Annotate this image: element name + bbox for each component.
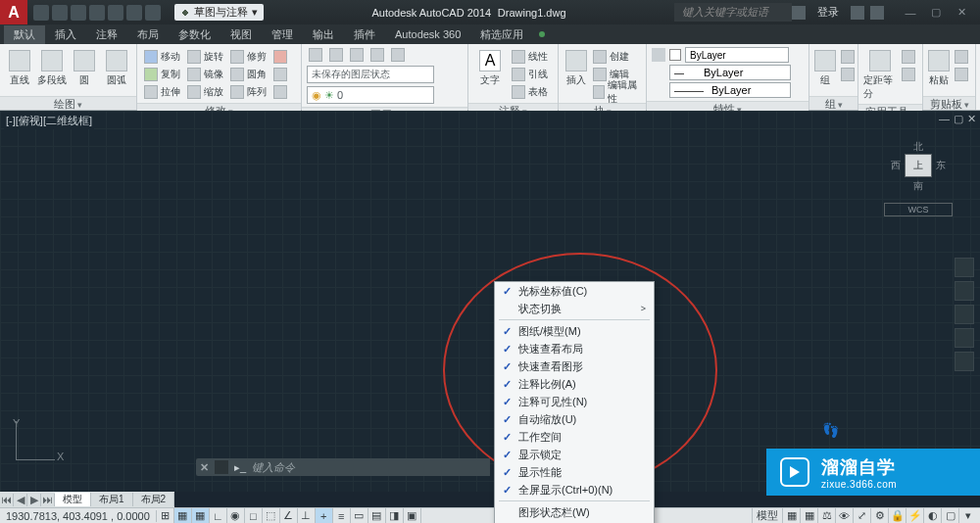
infer-toggle[interactable]: ⊞ (157, 508, 174, 523)
vp-min-icon[interactable]: — (939, 113, 950, 125)
command-line[interactable]: ✕ ▸_ 键入命令 (196, 458, 490, 476)
layer-lock-button[interactable] (389, 47, 407, 63)
linetype-dropdown[interactable]: ——— ByLayer (669, 82, 791, 98)
layout-last-icon[interactable]: ⏭ (41, 494, 55, 506)
copy-clip-button[interactable] (953, 67, 970, 82)
tab-output[interactable]: 输出 (303, 25, 344, 44)
vc-south[interactable]: 南 (884, 179, 953, 193)
context-menu-item[interactable]: 状态切换> (495, 300, 654, 317)
vc-top[interactable]: 上 (905, 154, 932, 177)
login-button[interactable]: 登录 (811, 5, 845, 20)
otrack-toggle[interactable]: ∠ (280, 508, 298, 523)
context-menu-item[interactable]: ✓图纸/模型(M) (495, 322, 654, 340)
layer-freeze-button[interactable] (368, 47, 386, 63)
isolate-icon[interactable]: ◐ (923, 508, 941, 523)
qat-new-icon[interactable] (33, 5, 49, 21)
divide-button[interactable]: 定距等分 (863, 47, 897, 101)
cut-button[interactable] (953, 49, 970, 65)
ws-icon[interactable]: ⚙ (870, 508, 888, 523)
qat-open-icon[interactable] (52, 5, 68, 21)
layout-first-icon[interactable]: ⏮ (0, 494, 14, 506)
close-button[interactable]: ✕ (953, 6, 970, 20)
layer-state-dropdown[interactable]: 未保存的图层状态 (307, 66, 434, 83)
context-menu-item[interactable]: ✓工作空间 (495, 428, 654, 446)
autoscale-icon[interactable]: ⤢ (853, 508, 870, 523)
viewport-label[interactable]: [-][俯视][二维线框] (4, 113, 94, 129)
tab-parametric[interactable]: 参数化 (169, 25, 220, 44)
context-menu-item[interactable]: ✓全屏显示(Ctrl+0)(N) (495, 481, 654, 499)
tab-layout[interactable]: 布局 (127, 25, 169, 44)
annoscale-icon[interactable]: ⚖ (817, 508, 835, 523)
color-dropdown[interactable]: ByLayer (685, 47, 789, 63)
tab-layout1[interactable]: 布局1 (91, 493, 133, 506)
layout-next-icon[interactable]: ▶ (27, 494, 41, 506)
text-button[interactable]: A文字 (473, 47, 507, 87)
util-aux1[interactable] (900, 49, 917, 65)
sc-toggle[interactable]: ◨ (386, 508, 404, 523)
mod-extra3-button[interactable] (271, 84, 289, 100)
context-menu-item[interactable]: ✓光标坐标值(C) (495, 282, 654, 300)
group-aux2-button[interactable] (839, 67, 857, 82)
tab-model[interactable]: 模型 (55, 493, 91, 506)
arc-button[interactable]: 圆弧 (102, 47, 131, 87)
array-button[interactable]: 阵列 (228, 84, 269, 100)
help-search-input[interactable]: 键入关键字或短语 (674, 3, 792, 22)
panel-title-draw[interactable]: 绘图▾ (0, 96, 136, 110)
tab-default[interactable]: 默认 (4, 25, 45, 44)
move-button[interactable]: 移动 (142, 49, 182, 65)
table-button[interactable]: 表格 (510, 84, 550, 100)
context-menu-item[interactable]: 图形状态栏(W) (495, 503, 654, 521)
context-menu-item[interactable]: ✓自动缩放(U) (495, 410, 654, 428)
stretch-button[interactable]: 拉伸 (142, 84, 182, 100)
lock-ui-icon[interactable]: 🔒 (888, 508, 906, 523)
mod-extra2-button[interactable] (271, 67, 289, 82)
copy-button[interactable]: 复制 (142, 67, 182, 82)
mirror-button[interactable]: 镜像 (185, 67, 225, 82)
tab-layout2[interactable]: 布局2 (133, 493, 175, 506)
create-block-button[interactable]: 创建 (591, 49, 641, 65)
layer-state-button[interactable] (327, 47, 345, 63)
circle-button[interactable]: 圆 (70, 47, 99, 87)
context-menu-item[interactable]: ✓显示锁定 (495, 446, 654, 463)
tab-annotate[interactable]: 注释 (86, 25, 127, 44)
drawing-area[interactable]: [-][俯视][二维线框] — ▢ ✕ 北 西 上 东 南 WCS Y X 👣 … (0, 111, 980, 492)
nav-orbit-icon[interactable] (955, 328, 974, 348)
qv-layouts-icon[interactable]: ▦ (782, 508, 800, 523)
group-button[interactable]: 组 (814, 47, 836, 87)
polyline-button[interactable]: 多段线 (37, 47, 67, 87)
qv-dwg-icon[interactable]: ▦ (800, 508, 817, 523)
exchange-icon[interactable] (851, 6, 864, 20)
cmd-close-icon[interactable]: ✕ (200, 461, 209, 474)
edit-attr-button[interactable]: 编辑属性 (591, 84, 641, 100)
layer-iso-button[interactable] (348, 47, 366, 63)
fillet-button[interactable]: 圆角 (228, 67, 269, 82)
help-icon[interactable] (870, 6, 884, 20)
tab-featured[interactable]: 精选应用 (470, 25, 533, 44)
nav-showmotion-icon[interactable] (955, 352, 974, 371)
lwt-toggle[interactable]: ≡ (333, 508, 351, 523)
qat-undo-icon[interactable] (126, 5, 142, 21)
group-aux1-button[interactable] (839, 49, 857, 65)
annovis-icon[interactable]: 👁 (835, 508, 853, 523)
cleanscreen-icon[interactable]: ▢ (941, 508, 958, 523)
user-icon[interactable] (792, 6, 806, 20)
qat-redo-icon[interactable] (145, 5, 161, 21)
context-menu-item[interactable]: ✓快速查看图形 (495, 357, 654, 375)
app-logo[interactable]: A (0, 0, 27, 24)
tab-plugins[interactable]: 插件 (344, 25, 385, 44)
tab-manage[interactable]: 管理 (262, 25, 303, 44)
layout-prev-icon[interactable]: ◀ (14, 494, 27, 506)
context-menu-item[interactable]: ✓显示性能 (495, 463, 654, 481)
nav-wheel-icon[interactable] (955, 258, 974, 277)
osnap-toggle[interactable]: □ (245, 508, 263, 523)
snap-toggle[interactable]: ▦ (174, 508, 192, 523)
ortho-toggle[interactable]: ∟ (210, 508, 227, 523)
trim-button[interactable]: 修剪 (228, 49, 269, 65)
layer-list-dropdown[interactable]: ◉☀0 (307, 86, 434, 104)
workspace-dropdown[interactable]: 草图与注释 ▾ (174, 4, 264, 21)
model-toggle[interactable]: 模型 (752, 508, 782, 523)
insert-block-button[interactable]: 插入 (564, 47, 588, 87)
dim-linear-button[interactable]: 线性 (510, 49, 550, 65)
paste-button[interactable]: 粘贴 (928, 47, 950, 87)
hwaccel-icon[interactable]: ⚡ (906, 508, 923, 523)
